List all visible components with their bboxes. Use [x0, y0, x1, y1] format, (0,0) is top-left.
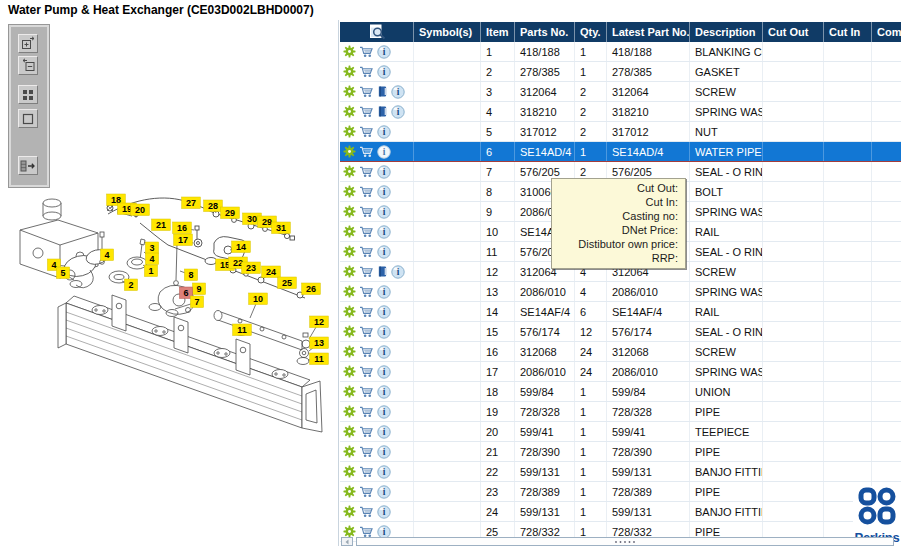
table-row-item-13[interactable]: i132086/01042086/010SPRING WASHER [340, 282, 901, 302]
cart-icon[interactable] [359, 445, 374, 458]
gear-icon[interactable] [343, 425, 356, 438]
table-row-item-17[interactable]: i172086/010242086/010SPRING WASHER [340, 362, 901, 382]
gear-icon[interactable] [343, 485, 356, 498]
gear-icon[interactable] [343, 165, 356, 178]
table-row-item-16[interactable]: i1631206824312068SCREW [340, 342, 901, 362]
table-row-item-14[interactable]: i14SE14AF/46SE14AF/4RAIL [340, 302, 901, 322]
column-header-icons[interactable] [340, 22, 414, 42]
table-row-item-5[interactable]: i53170122317012NUT [340, 122, 901, 142]
table-row-item-15[interactable]: i15576/17412576/174SEAL - O RING [340, 322, 901, 342]
info-icon[interactable]: i [377, 125, 391, 139]
table-row-item-4[interactable]: i43182102318210SPRING WASHER [340, 102, 901, 122]
column-header-qty[interactable]: Qty. [575, 22, 607, 42]
table-row-item-23[interactable]: i23728/3891728/389PIPE [340, 482, 901, 502]
cart-icon[interactable] [359, 325, 374, 338]
cart-icon[interactable] [359, 365, 374, 378]
info-icon[interactable]: i [391, 265, 405, 279]
cart-icon[interactable] [359, 145, 374, 158]
info-icon[interactable]: i [377, 45, 391, 59]
gear-icon[interactable] [343, 205, 356, 218]
column-header-item[interactable]: Item [481, 22, 515, 42]
info-icon[interactable]: i [377, 505, 391, 519]
column-header-symbols[interactable]: Symbol(s) [414, 22, 481, 42]
gear-icon[interactable] [343, 365, 356, 378]
cart-icon[interactable] [359, 405, 374, 418]
table-row-item-2[interactable]: i2278/3851278/385GASKET [340, 62, 901, 82]
column-header-latest[interactable]: Latest Part No. [607, 22, 690, 42]
cart-icon[interactable] [359, 505, 374, 518]
cart-icon[interactable] [359, 185, 374, 198]
cart-icon[interactable] [359, 205, 374, 218]
info-icon[interactable]: i [391, 105, 405, 119]
toggle-panel-button[interactable] [18, 156, 38, 175]
cart-icon[interactable] [359, 165, 374, 178]
book-icon[interactable] [377, 265, 388, 278]
info-icon[interactable]: i [377, 65, 391, 79]
gear-icon[interactable] [343, 225, 356, 238]
cart-icon[interactable] [359, 105, 374, 118]
gear-icon[interactable] [343, 445, 356, 458]
cart-icon[interactable] [359, 465, 374, 478]
cart-icon[interactable] [359, 305, 374, 318]
cart-icon[interactable] [359, 345, 374, 358]
info-icon[interactable]: i [377, 345, 391, 359]
gear-icon[interactable] [343, 265, 356, 278]
gear-icon[interactable] [343, 325, 356, 338]
cart-icon[interactable] [359, 385, 374, 398]
table-row-item-24[interactable]: i24599/1311599/131BANJO FITTING [340, 502, 901, 522]
info-icon[interactable]: i [377, 285, 391, 299]
info-icon[interactable]: i [377, 145, 391, 159]
table-row-item-21[interactable]: i21728/3901728/390PIPE [340, 442, 901, 462]
cart-icon[interactable] [359, 225, 374, 238]
table-row-item-1[interactable]: i1418/1881418/188BLANKING COVER [340, 42, 901, 62]
gear-icon[interactable] [343, 405, 356, 418]
info-icon[interactable]: i [377, 225, 391, 239]
table-row-item-22[interactable]: i22599/1311599/131BANJO FITTING [340, 462, 901, 482]
info-icon[interactable]: i [377, 425, 391, 439]
info-icon[interactable]: i [377, 185, 391, 199]
cart-icon[interactable] [359, 45, 374, 58]
parts-list-icon[interactable] [367, 24, 387, 40]
book-icon[interactable] [377, 85, 388, 98]
zoom-in-button[interactable] [18, 34, 38, 53]
cart-icon[interactable] [359, 425, 374, 438]
info-icon[interactable]: i [377, 485, 391, 499]
zoom-out-button[interactable] [18, 56, 38, 75]
info-icon[interactable]: i [377, 445, 391, 459]
column-header-desc[interactable]: Description [690, 22, 763, 42]
gear-icon[interactable] [343, 345, 356, 358]
scrollbar-thumb[interactable] [356, 537, 894, 546]
column-header-cutout[interactable]: Cut Out [763, 22, 824, 42]
table-row-item-18[interactable]: i18599/841599/84UNION [340, 382, 901, 402]
cart-icon[interactable] [359, 65, 374, 78]
info-icon[interactable]: i [377, 405, 391, 419]
info-icon[interactable]: i [377, 305, 391, 319]
info-icon[interactable]: i [377, 205, 391, 219]
column-header-parts[interactable]: Parts No. [515, 22, 575, 42]
gear-icon[interactable] [343, 65, 356, 78]
gear-icon[interactable] [343, 105, 356, 118]
cart-icon[interactable] [359, 85, 374, 98]
gear-icon[interactable] [343, 245, 356, 258]
gear-icon[interactable] [343, 305, 356, 318]
cart-icon[interactable] [359, 285, 374, 298]
horizontal-scrollbar[interactable] [341, 537, 901, 546]
cart-icon[interactable] [359, 265, 374, 278]
gear-icon[interactable] [343, 145, 356, 158]
scroll-left-button[interactable] [341, 537, 353, 546]
column-header-cutin[interactable]: Cut In [824, 22, 872, 42]
info-icon[interactable]: i [377, 325, 391, 339]
table-row-item-3[interactable]: i33120642312064SCREW [340, 82, 901, 102]
table-row-item-20[interactable]: i20599/411599/41TEEPIECE [340, 422, 901, 442]
fit-all-button[interactable] [18, 85, 38, 104]
gear-icon[interactable] [343, 505, 356, 518]
gear-icon[interactable] [343, 385, 356, 398]
fit-selection-button[interactable] [18, 109, 38, 128]
gear-icon[interactable] [343, 285, 356, 298]
info-icon[interactable]: i [377, 465, 391, 479]
table-row-item-19[interactable]: i19728/3281728/328PIPE [340, 402, 901, 422]
table-row-item-6[interactable]: i6SE14AD/41SE14AD/4WATER PIPE [340, 142, 901, 162]
column-header-comments[interactable]: Comments [872, 22, 901, 42]
gear-icon[interactable] [343, 45, 356, 58]
info-icon[interactable]: i [377, 165, 391, 179]
